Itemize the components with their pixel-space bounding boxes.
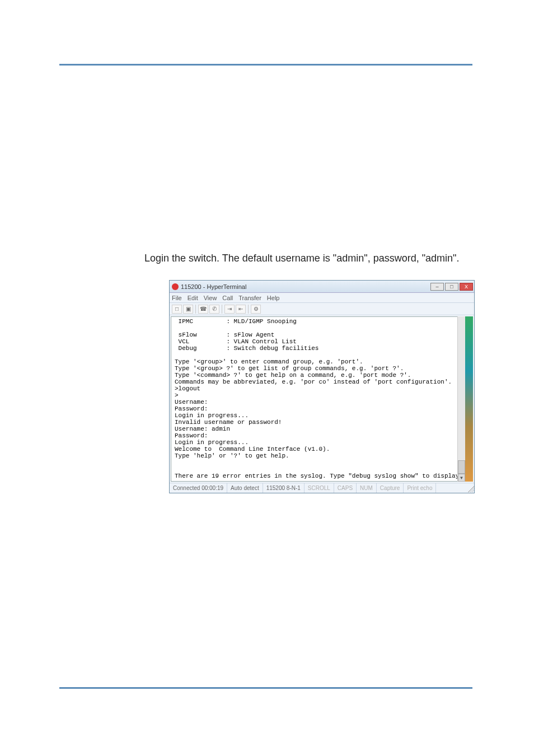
status-caps: CAPS: [334, 483, 357, 493]
status-auto-detect: Auto detect: [227, 483, 263, 493]
menu-edit[interactable]: Edit: [188, 295, 198, 301]
status-bar: Connected 00:00:19 Auto detect 115200 8-…: [170, 483, 474, 493]
menu-help[interactable]: Help: [267, 295, 280, 301]
open-file-icon[interactable]: ▣: [183, 305, 193, 314]
receive-icon[interactable]: ⇤: [236, 305, 246, 314]
terminal-container: IPMC : MLD/IGMP Snooping sFlow : sFlow A…: [170, 315, 474, 483]
maximize-button[interactable]: □: [445, 283, 458, 291]
terminal-output: IPMC : MLD/IGMP Snooping sFlow : sFlow A…: [175, 318, 460, 482]
status-num: NUM: [357, 483, 377, 493]
instruction-text: Login the switch. The default username i…: [144, 253, 460, 264]
properties-icon[interactable]: ⚙: [251, 305, 261, 314]
menu-file[interactable]: File: [172, 295, 182, 301]
terminal-scrollbar[interactable]: ▼: [457, 316, 465, 482]
send-icon[interactable]: ⇥: [224, 305, 235, 314]
window-title: 115200 - HyperTerminal: [181, 283, 246, 290]
hangup-icon[interactable]: ✆: [209, 305, 219, 314]
status-scroll: SCROLL: [305, 483, 334, 493]
status-port-params: 115200 8-N-1: [263, 483, 305, 493]
app-icon: [172, 283, 179, 290]
window-right-edge-strip: [465, 316, 473, 482]
minimize-button[interactable]: –: [430, 283, 444, 291]
new-file-icon[interactable]: □: [172, 305, 182, 314]
top-horizontal-rule: [59, 64, 472, 66]
menu-bar: File Edit View Call Transfer Help: [170, 293, 474, 303]
status-connection-time: Connected 00:00:19: [170, 483, 227, 493]
menu-transfer[interactable]: Transfer: [238, 295, 261, 301]
call-icon[interactable]: ☎: [198, 305, 208, 314]
menu-call[interactable]: Call: [222, 295, 233, 301]
menu-view[interactable]: View: [204, 295, 217, 301]
title-bar[interactable]: 115200 - HyperTerminal – □ X: [170, 281, 474, 293]
status-print-echo: Print echo: [404, 483, 436, 493]
hyperterminal-window: 115200 - HyperTerminal – □ X File Edit V…: [169, 280, 475, 493]
resize-grip-icon[interactable]: [466, 484, 474, 492]
toolbar: □ ▣ ☎ ✆ ⇥ ⇤ ⚙: [170, 303, 474, 315]
toolbar-separator: [222, 305, 222, 314]
bottom-horizontal-rule: [59, 687, 472, 689]
scrollbar-down-button[interactable]: ▼: [458, 474, 465, 482]
terminal-pane[interactable]: IPMC : MLD/IGMP Snooping sFlow : sFlow A…: [171, 316, 464, 482]
close-button[interactable]: X: [460, 283, 473, 291]
scrollbar-thumb[interactable]: [458, 460, 465, 474]
status-capture: Capture: [377, 483, 404, 493]
toolbar-separator: [195, 305, 196, 314]
toolbar-separator: [248, 305, 249, 314]
